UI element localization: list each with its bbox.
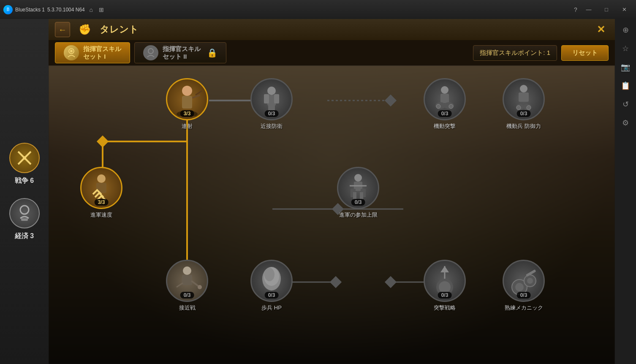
- tab2-icon: [143, 45, 158, 60]
- svg-point-66: [439, 281, 451, 293]
- tab-skill-set-1[interactable]: 指揮官スキル セット I: [55, 42, 130, 63]
- back-button[interactable]: ←: [55, 22, 70, 37]
- svg-rect-43: [519, 92, 529, 102]
- tab2-label: 指揮官スキル セット II: [163, 45, 201, 60]
- svg-point-3: [20, 206, 29, 214]
- game-close-button[interactable]: ✕: [593, 22, 609, 37]
- kidou-totsugeki-badge: 0/3: [438, 110, 452, 117]
- skill-node-hohei-hp[interactable]: 0/3 歩兵 HP: [250, 260, 293, 312]
- economy-label: 経済 3: [15, 232, 34, 241]
- shinggun-badge: 3/3: [95, 199, 109, 206]
- svg-point-40: [436, 104, 440, 109]
- svg-line-29: [196, 91, 202, 95]
- svg-rect-35: [272, 104, 275, 111]
- grid-icon[interactable]: ⊞: [98, 6, 105, 14]
- kinsetsu-sen-badge: 0/3: [180, 292, 194, 299]
- svg-rect-58: [182, 275, 192, 285]
- svg-rect-34: [268, 104, 272, 111]
- svg-rect-27: [182, 96, 192, 109]
- sidebar-icon-3[interactable]: 📷: [618, 60, 633, 75]
- sidebar-icon-4[interactable]: 📋: [618, 78, 633, 93]
- skill-circle-totsugeki: 0/3: [424, 260, 466, 302]
- sidebar-icon-6[interactable]: ⚙: [618, 115, 633, 130]
- bluestacks-logo: B: [3, 5, 13, 14]
- title-bar: B BlueStacks 1 5.3.70.1004 N64 ⌂ ⊞ ? — □…: [0, 0, 636, 19]
- sanka-badge: 0/3: [351, 199, 365, 206]
- svg-point-7: [148, 49, 153, 54]
- rensya-name: 連射: [182, 122, 193, 130]
- left-panel: 戦争 6 経済 3: [0, 19, 49, 364]
- skill-node-kidouhei-bougyo[interactable]: 0/3 機動兵 防御力: [503, 78, 545, 130]
- totsugeki-badge: 0/3: [438, 292, 452, 299]
- shinggun-sanka-name: 進軍の参加上限: [339, 211, 378, 219]
- tab1-label: 指揮官スキル セット I: [83, 45, 121, 60]
- skill-circle-sanka: 0/3: [337, 167, 379, 209]
- maximize-button[interactable]: □: [598, 4, 615, 16]
- skill-node-rensya[interactable]: 3/3 連射: [166, 78, 208, 130]
- tab-skill-set-2[interactable]: 指揮官スキル セット II 🔒: [134, 42, 226, 63]
- jukuren-badge: 0/3: [517, 292, 531, 299]
- skill-circle-kidouhei: 0/3: [503, 78, 545, 120]
- help-icon[interactable]: ?: [572, 6, 579, 14]
- skill-point-label: 指揮官スキルポイント: 1: [473, 45, 557, 61]
- svg-point-36: [441, 86, 448, 94]
- svg-point-48: [97, 174, 106, 183]
- svg-rect-4: [21, 218, 28, 221]
- game-header: ← ✊ タレント ✕: [49, 19, 615, 40]
- svg-rect-22: [330, 276, 342, 288]
- svg-marker-68: [440, 266, 449, 272]
- skill-node-kinsetsu-sen[interactable]: 0/3 接近戦: [166, 260, 208, 312]
- svg-point-6: [70, 50, 73, 52]
- sidebar-icon-1[interactable]: ⊕: [618, 22, 633, 38]
- main-content: 3/3 連射 0/3 近接防衛: [49, 65, 615, 364]
- skill-circle-kidou: 0/3: [424, 78, 466, 120]
- svg-point-26: [182, 86, 192, 96]
- economy-icon: [9, 198, 40, 228]
- title-bar-text: BlueStacks 1: [15, 7, 45, 13]
- totsugeki-senryaku-name: 突撃戦略: [434, 304, 456, 312]
- minimize-button[interactable]: —: [580, 4, 597, 16]
- war-item[interactable]: 戦争 6: [9, 143, 40, 185]
- title-bar-left: B BlueStacks 1 5.3.70.1004 N64 ⌂ ⊞: [3, 5, 105, 14]
- skill-node-totsugeki[interactable]: 0/3 突撃戦略: [424, 260, 466, 312]
- economy-item[interactable]: 経済 3: [9, 198, 40, 241]
- svg-point-41: [449, 104, 453, 109]
- skill-tree: 3/3 連射 0/3 近接防衛: [49, 65, 615, 364]
- sidebar-icon-2[interactable]: ☆: [618, 41, 633, 56]
- skill-circle-kinsetsu-sen: 0/3: [166, 260, 208, 302]
- svg-point-42: [520, 85, 527, 92]
- skill-circle-rensya: 3/3: [166, 78, 208, 120]
- kinsetsu-sen-name: 接近戦: [179, 304, 196, 312]
- skill-circle-kinsetsu-bougei: 0/3: [250, 78, 293, 120]
- svg-rect-37: [440, 94, 449, 103]
- right-sidebar: ⊕ ☆ 📷 📋 ↺ ⚙: [615, 19, 636, 364]
- tab1-icon: [64, 45, 79, 60]
- rensya-badge: 3/3: [180, 110, 194, 117]
- home-icon[interactable]: ⌂: [87, 6, 95, 14]
- reset-button[interactable]: リセット: [561, 45, 609, 61]
- skill-circle-shinggun: 3/3: [80, 167, 122, 209]
- kinsetsu-bougei-name: 近接防衛: [261, 122, 283, 130]
- hohei-hp-name: 歩兵 HP: [261, 304, 282, 312]
- skill-node-jukuren[interactable]: 0/3 熟練メカニック: [503, 260, 545, 312]
- sidebar-icon-5[interactable]: ↺: [618, 97, 633, 112]
- close-button[interactable]: ✕: [616, 4, 633, 16]
- skill-node-shinggun-sokudo[interactable]: 3/3 進軍速度: [80, 167, 122, 219]
- svg-point-72: [527, 278, 533, 284]
- tab-bar: 指揮官スキル セット I 指揮官スキル セット II 🔒 指揮官スキルポイント:…: [49, 40, 615, 65]
- skill-circle-jukuren: 0/3: [503, 260, 545, 302]
- lock-icon: 🔒: [207, 48, 217, 58]
- talent-icon: ✊: [76, 21, 93, 38]
- skill-node-shinggun-sanka[interactable]: 0/3 進軍の参加上限: [337, 167, 379, 219]
- svg-point-64: [264, 268, 275, 281]
- skill-circle-hohei: 0/3: [250, 260, 293, 302]
- title-bar-controls: ? — □ ✕: [572, 4, 633, 16]
- kidouhei-bougyo-name: 機動兵 防御力: [506, 122, 541, 130]
- svg-point-60: [198, 285, 202, 289]
- kinsetsu-bougei-badge: 0/3: [265, 110, 279, 117]
- skill-node-kidou-totsugeki[interactable]: 0/3 機動突撃: [424, 78, 466, 130]
- title-bar-version: 5.3.70.1004 N64: [47, 7, 85, 13]
- skill-node-kinsetsu-bougei[interactable]: 0/3 近接防衛: [250, 78, 293, 130]
- svg-point-30: [267, 87, 276, 95]
- svg-rect-32: [264, 94, 269, 103]
